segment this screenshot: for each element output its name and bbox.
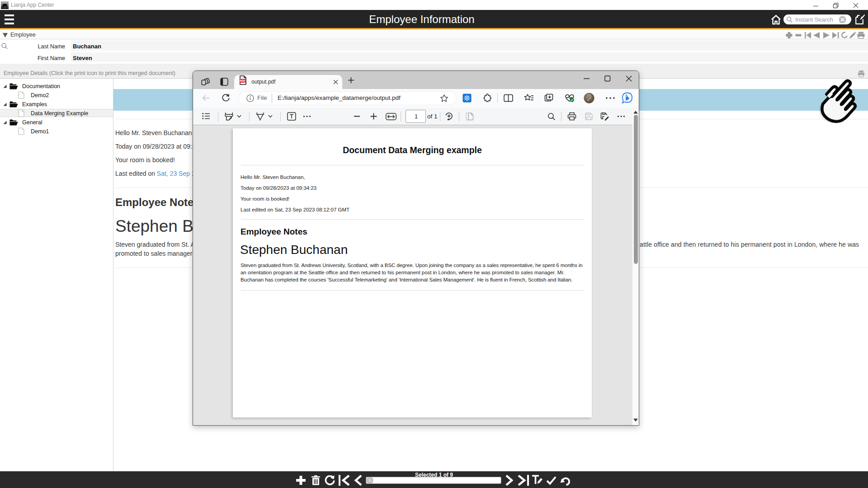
svg-text:PDF: PDF — [240, 79, 245, 82]
